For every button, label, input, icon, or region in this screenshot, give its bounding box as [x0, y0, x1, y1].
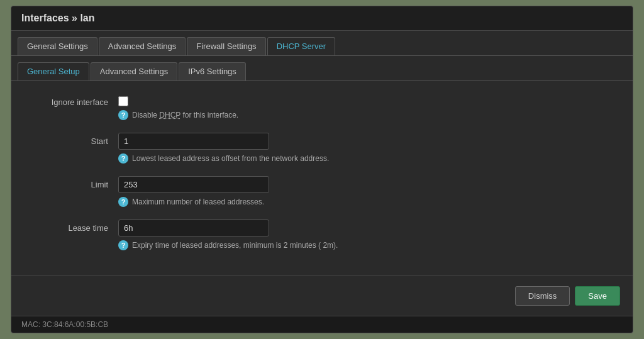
input-limit[interactable] [118, 176, 269, 193]
control-limit: ? Maximum number of leased addresses. [118, 176, 614, 207]
tab-advanced-settings-outer[interactable]: Advanced Settings [99, 37, 186, 55]
label-start: Start [30, 133, 118, 146]
label-lease-time: Lease time [30, 220, 118, 233]
title-text: Interfaces » lan [21, 13, 95, 23]
control-start: ? Lowest leased address as offset from t… [118, 133, 614, 164]
label-limit: Limit [30, 176, 118, 189]
row-lease-time: Lease time ? Expiry time of leased addre… [30, 220, 614, 250]
row-start: Start ? Lowest leased address as offset … [30, 133, 614, 164]
label-ignore-interface: Ignore interface [30, 94, 118, 107]
inner-tabs: General Setup Advanced Settings IPv6 Set… [11, 56, 633, 81]
control-ignore-interface: ? Disable DHCP for this interface. [118, 94, 614, 120]
mac-address: MAC: 3C:84:6A:00:5B:CB [21, 320, 108, 329]
modal-footer: Dismiss Save [11, 275, 633, 316]
tab-firewall-settings[interactable]: Firewall Settings [187, 37, 265, 55]
help-icon-ignore[interactable]: ? [118, 110, 128, 120]
tab-advanced-settings-inner[interactable]: Advanced Settings [91, 62, 177, 81]
input-start[interactable] [118, 133, 269, 150]
bottom-bar: MAC: 3C:84:6A:00:5B:CB [11, 316, 633, 333]
checkbox-ignore-interface[interactable] [118, 96, 128, 106]
dismiss-button[interactable]: Dismiss [515, 286, 570, 306]
hint-limit: Maximum number of leased addresses. [132, 197, 264, 206]
outer-tabs: General Settings Advanced Settings Firew… [11, 31, 633, 56]
row-ignore-interface: Ignore interface ? Disable DHCP for this… [30, 94, 614, 120]
hint-start: Lowest leased address as offset from the… [132, 154, 329, 163]
tab-general-setup[interactable]: General Setup [18, 62, 89, 81]
help-icon-lease-time[interactable]: ? [118, 240, 128, 250]
modal-title: Interfaces » lan [11, 6, 633, 31]
tab-general-settings[interactable]: General Settings [18, 37, 97, 55]
help-icon-start[interactable]: ? [118, 153, 128, 164]
control-lease-time: ? Expiry time of leased addresses, minim… [118, 220, 614, 250]
save-button[interactable]: Save [575, 286, 620, 306]
hint-lease-time: Expiry time of leased addresses, minimum… [132, 241, 338, 250]
tab-dhcp-server[interactable]: DHCP Server [267, 37, 336, 55]
row-limit: Limit ? Maximum number of leased address… [30, 176, 614, 207]
tab-ipv6-settings[interactable]: IPv6 Settings [179, 62, 246, 81]
help-icon-limit[interactable]: ? [118, 197, 128, 207]
modal-interfaces: Interfaces » lan General Settings Advanc… [11, 6, 633, 333]
form-body: Ignore interface ? Disable DHCP for this… [11, 81, 633, 275]
input-lease-time[interactable] [118, 220, 269, 236]
